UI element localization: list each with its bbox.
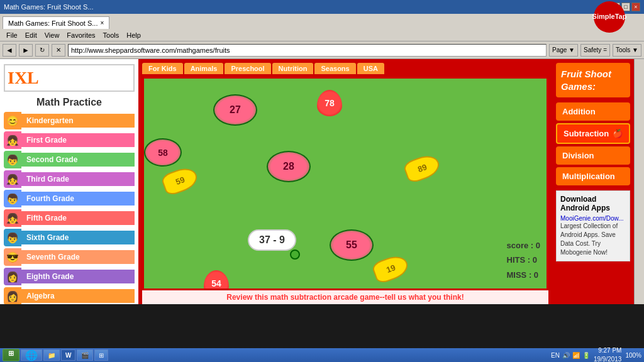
toolbar: ◄ ► ↻ ✕ http://www.sheppardsoftware.com/… xyxy=(0,41,644,59)
division-button[interactable]: Division xyxy=(556,146,630,165)
kindergarten-icon: 😊 xyxy=(4,112,21,129)
ad-title: Download Android Apps xyxy=(560,195,626,212)
taskbar-icons: EN 🔊 📶 🔋 xyxy=(551,352,590,359)
eighth-grade-label: Eighth Grade xyxy=(21,270,135,283)
miss-label: MISS : xyxy=(507,270,532,280)
volume-icon: 🔊 xyxy=(562,352,570,359)
subtraction-icon: 🍎 xyxy=(613,129,623,138)
game-canvas[interactable]: 27 78 58 59 28 89 55 xyxy=(142,77,548,290)
taskbar-folder[interactable]: 📁 xyxy=(43,349,60,361)
multiplication-button[interactable]: Multiplication xyxy=(556,167,630,185)
tab-active[interactable]: Math Games: Fruit Shoot S... × xyxy=(3,16,109,29)
menu-file[interactable]: File xyxy=(3,31,21,40)
simpletap-button[interactable]: SimpleTap xyxy=(594,1,625,33)
taskbar-media[interactable]: 🎬 xyxy=(77,349,93,361)
menu-view[interactable]: View xyxy=(41,31,64,40)
nav-tab-seasons[interactable]: Seasons xyxy=(314,63,355,74)
sidebar-item-fourth[interactable]: 👦 Fourth Grade xyxy=(4,190,135,207)
score-display: score : 0 HITS : 0 MISS : 0 xyxy=(507,238,541,282)
seventh-grade-label: Seventh Grade xyxy=(21,250,135,264)
forward-button[interactable]: ► xyxy=(19,44,33,57)
fruit-59[interactable]: 59 xyxy=(163,170,197,192)
sidebar: IXL Math Practice 😊 Kindergarten 👧 First… xyxy=(0,59,138,304)
fourth-grade-icon: 👦 xyxy=(4,190,21,207)
ixl-logo[interactable]: IXL xyxy=(4,64,135,92)
first-grade-icon: 👧 xyxy=(4,131,21,149)
address-bar[interactable]: http://www.sheppardsoftware.com/mathgame… xyxy=(68,44,547,57)
fruit-89[interactable]: 89 xyxy=(405,157,440,179)
start-button[interactable]: ⊞ xyxy=(3,349,19,361)
lang-indicator: EN xyxy=(551,352,560,359)
sidebar-item-third[interactable]: 👧 Third Grade xyxy=(4,170,135,188)
sixth-grade-label: Sixth Grade xyxy=(21,231,135,244)
sidebar-item-first[interactable]: 👧 First Grade xyxy=(4,131,135,149)
menu-help[interactable]: Help xyxy=(123,31,145,40)
sidebar-item-kindergarten[interactable]: 😊 Kindergarten xyxy=(4,112,135,129)
hits-label: HITS : xyxy=(507,255,531,265)
right-panel: Fruit Shoot Games: Addition Subtraction … xyxy=(552,59,634,304)
taskbar-ie[interactable]: 🌐 xyxy=(21,349,42,361)
fourth-grade-label: Fourth Grade xyxy=(21,192,135,206)
refresh-button[interactable]: ↻ xyxy=(35,44,49,57)
sidebar-item-second[interactable]: 👦 Second Grade xyxy=(4,151,135,168)
fifth-grade-label: Fifth Grade xyxy=(21,211,135,225)
fruit-shoot-title: Fruit Shoot Games: xyxy=(556,63,630,97)
target-circle xyxy=(290,250,300,260)
fruit-78[interactable]: 78 xyxy=(317,90,342,116)
game-area: For Kids Animals Preschool Nutrition Sea… xyxy=(138,59,552,304)
sidebar-item-sixth[interactable]: 👦 Sixth Grade xyxy=(4,229,135,246)
nav-tab-preschool[interactable]: Preschool xyxy=(225,63,270,74)
taskbar-word[interactable]: W xyxy=(61,349,75,361)
tools-dropdown[interactable]: Tools ▼ xyxy=(613,44,641,57)
fruit-58[interactable]: 58 xyxy=(144,138,182,167)
menu-edit[interactable]: Edit xyxy=(21,31,41,40)
nav-tabs: For Kids Animals Preschool Nutrition Sea… xyxy=(142,63,548,74)
fruit-28[interactable]: 28 xyxy=(267,151,311,182)
safety-dropdown[interactable]: Safety = xyxy=(580,44,610,57)
battery-icon: 🔋 xyxy=(582,352,590,359)
equation-text: 37 - 9 xyxy=(259,234,285,245)
review-text: Review this math subtraction arcade game… xyxy=(142,290,548,304)
nav-tab-animals[interactable]: Animals xyxy=(184,63,224,74)
taskbar: ⊞ 🌐 📁 W 🎬 ⊞ EN 🔊 📶 🔋 9:27 PM 19/9/2013 1… xyxy=(0,348,644,362)
scrollbar[interactable] xyxy=(634,59,644,304)
title-bar-text: Math Games: Fruit Shoot S... xyxy=(4,3,93,11)
tab-close-icon[interactable]: × xyxy=(100,19,104,26)
nav-tab-usa[interactable]: USA xyxy=(357,63,384,74)
sidebar-item-seventh[interactable]: 😎 Seventh Grade xyxy=(4,248,135,266)
title-bar: Math Games: Fruit Shoot S... — □ × xyxy=(0,0,644,14)
menu-favorites[interactable]: Favorites xyxy=(63,31,99,40)
nav-tab-nutrition[interactable]: Nutrition xyxy=(272,63,314,74)
page-dropdown[interactable]: Page ▼ xyxy=(549,44,578,57)
zoom-level: 100% xyxy=(625,352,641,359)
sidebar-title: Math Practice xyxy=(4,97,135,108)
stop-button[interactable]: ✕ xyxy=(52,44,65,57)
fruit-54[interactable]: 54 xyxy=(204,270,229,290)
ad-box: Download Android Apps MooiGenie.com/Dow.… xyxy=(556,190,630,261)
fruit-55[interactable]: 55 xyxy=(330,229,374,261)
close-button[interactable]: × xyxy=(631,3,640,11)
sidebar-item-fifth[interactable]: 👧 Fifth Grade xyxy=(4,209,135,227)
clock: 9:27 PM 19/9/2013 xyxy=(594,346,622,362)
tab-bar: Math Games: Fruit Shoot S... × xyxy=(0,14,644,29)
back-button[interactable]: ◄ xyxy=(3,44,16,57)
date-display: 19/9/2013 xyxy=(594,355,622,362)
second-grade-label: Second Grade xyxy=(21,153,135,167)
menu-bar: File Edit View Favorites Tools Help xyxy=(0,29,644,41)
sidebar-item-eighth[interactable]: 👩 Eighth Grade xyxy=(4,268,135,285)
nav-tab-forkids[interactable]: For Kids xyxy=(142,63,183,74)
tab-label: Math Games: Fruit Shoot S... xyxy=(8,19,97,27)
miss-value: 0 xyxy=(534,270,538,280)
network-icon: 📶 xyxy=(572,352,580,359)
algebra-label: Algebra xyxy=(21,289,135,303)
taskbar-windows[interactable]: ⊞ xyxy=(94,349,108,361)
fruit-27[interactable]: 27 xyxy=(213,94,257,126)
equation-bubble: 37 - 9 xyxy=(248,229,296,251)
ad-link[interactable]: MooiGenie.com/Dow... xyxy=(560,215,626,222)
menu-tools[interactable]: Tools xyxy=(99,31,123,40)
sidebar-item-algebra[interactable]: 👩 Algebra xyxy=(4,287,135,304)
addition-button[interactable]: Addition xyxy=(556,102,630,121)
subtraction-button[interactable]: Subtraction 🍎 xyxy=(556,123,630,144)
fifth-grade-icon: 👧 xyxy=(4,209,21,227)
fruit-19[interactable]: 19 xyxy=(374,258,408,280)
